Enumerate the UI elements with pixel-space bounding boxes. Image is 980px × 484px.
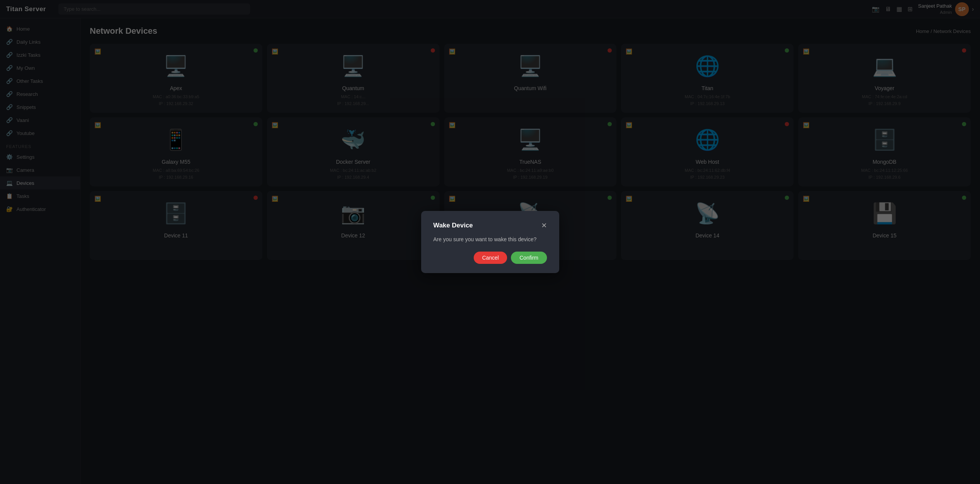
- modal-close-button[interactable]: ✕: [541, 222, 547, 229]
- modal-body: Are you sure you want to wake this devic…: [433, 236, 547, 242]
- confirm-button[interactable]: Confirm: [511, 252, 547, 264]
- modal-title: Wake Device: [433, 222, 473, 229]
- wake-device-modal: Wake Device ✕ Are you sure you want to w…: [421, 211, 559, 273]
- modal-actions: Cancel Confirm: [433, 252, 547, 264]
- modal-overlay[interactable]: Wake Device ✕ Are you sure you want to w…: [0, 0, 980, 484]
- modal-header: Wake Device ✕: [433, 222, 547, 229]
- cancel-button[interactable]: Cancel: [474, 252, 507, 264]
